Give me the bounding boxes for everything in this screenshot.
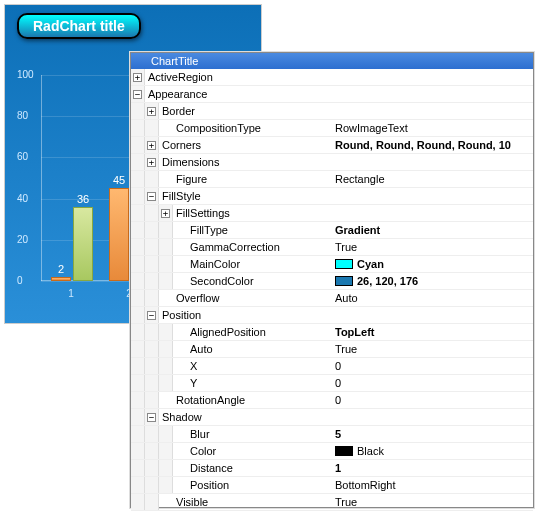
y-tick-label: 0 (17, 275, 23, 286)
bar-value-label: 36 (73, 193, 93, 205)
property-value[interactable]: Cyan (331, 256, 533, 272)
property-value[interactable]: True (331, 239, 533, 255)
property-value[interactable]: 0 (331, 358, 533, 374)
property-name: Position (159, 307, 201, 324)
property-row[interactable]: −FillStyle (131, 188, 533, 205)
property-value[interactable] (331, 409, 533, 425)
property-name: GammaCorrection (187, 239, 280, 256)
color-swatch (335, 446, 353, 456)
property-name: Y (187, 375, 197, 392)
property-value[interactable]: BottomRight (331, 477, 533, 493)
property-row[interactable]: MainColorCyan (131, 256, 533, 273)
property-value[interactable]: Round, Round, Round, Round, 10 (331, 137, 533, 153)
property-row[interactable]: +Dimensions (131, 154, 533, 171)
property-row[interactable]: GammaCorrectionTrue (131, 239, 533, 256)
property-row[interactable]: CompositionTypeRowImageText (131, 120, 533, 137)
property-row[interactable]: FillTypeGradient (131, 222, 533, 239)
y-tick-label: 60 (17, 151, 28, 162)
property-name: Appearance (145, 86, 207, 103)
property-row[interactable]: FigureRectangle (131, 171, 533, 188)
color-swatch (335, 276, 353, 286)
property-value[interactable]: True (331, 341, 533, 357)
x-tick-label: 1 (61, 288, 81, 299)
property-grid-header: ChartTitle (131, 53, 533, 69)
property-name: MainColor (187, 256, 240, 273)
y-tick-label: 80 (17, 110, 28, 121)
property-row[interactable]: PositionBottomRight (131, 477, 533, 494)
property-row[interactable]: OverflowAuto (131, 290, 533, 307)
expand-icon[interactable]: + (133, 73, 142, 82)
property-name: Position (187, 477, 229, 494)
property-name: Border (159, 103, 195, 120)
property-value[interactable] (331, 69, 533, 85)
collapse-icon[interactable]: − (147, 192, 156, 201)
property-row[interactable]: +CornersRound, Round, Round, Round, 10 (131, 137, 533, 154)
property-name: Distance (187, 460, 233, 477)
property-row[interactable]: +FillSettings (131, 205, 533, 222)
property-name: Dimensions (159, 154, 219, 171)
property-row[interactable]: Blur5 (131, 426, 533, 443)
property-row[interactable]: X0 (131, 358, 533, 375)
property-value[interactable]: RowImageText (331, 120, 533, 136)
property-row[interactable]: −Appearance (131, 86, 533, 103)
property-value[interactable]: 0 (331, 392, 533, 408)
property-value[interactable]: Gradient (331, 222, 533, 238)
property-name: X (187, 358, 197, 375)
property-name: Auto (187, 341, 213, 358)
property-row[interactable]: Y0 (131, 375, 533, 392)
property-value[interactable]: True (331, 494, 533, 510)
property-row[interactable]: AutoTrue (131, 341, 533, 358)
property-value[interactable]: 1 (331, 460, 533, 476)
chart-bar (109, 188, 129, 281)
property-value[interactable]: TopLeft (331, 324, 533, 340)
property-value[interactable]: 5 (331, 426, 533, 442)
property-value[interactable]: Black (331, 443, 533, 459)
collapse-icon[interactable]: − (147, 311, 156, 320)
expand-icon[interactable]: + (147, 141, 156, 150)
property-value[interactable]: Auto (331, 290, 533, 306)
property-name: Corners (159, 137, 201, 154)
property-name: Blur (187, 426, 210, 443)
property-value[interactable] (331, 188, 533, 204)
property-value[interactable]: Rectangle (331, 171, 533, 187)
property-value[interactable]: 26, 120, 176 (331, 273, 533, 289)
property-row[interactable]: VisibleTrue (131, 494, 533, 511)
property-row[interactable]: AlignedPositionTopLeft (131, 324, 533, 341)
y-tick-label: 40 (17, 193, 28, 204)
property-name: FillSettings (173, 205, 230, 222)
property-name: FillStyle (159, 188, 201, 205)
property-row[interactable]: ColorBlack (131, 443, 533, 460)
expand-icon[interactable]: + (147, 107, 156, 116)
property-name: AlignedPosition (187, 324, 266, 341)
property-value[interactable] (331, 205, 533, 221)
property-row[interactable]: Distance1 (131, 460, 533, 477)
property-row[interactable]: +Border (131, 103, 533, 120)
expand-icon[interactable]: + (147, 158, 156, 167)
property-row[interactable]: +ActiveRegion (131, 69, 533, 86)
property-value[interactable]: 0 (331, 375, 533, 391)
property-value[interactable] (331, 307, 533, 323)
property-row[interactable]: −Position (131, 307, 533, 324)
property-row[interactable]: SecondColor26, 120, 176 (131, 273, 533, 290)
y-tick-label: 100 (17, 69, 34, 80)
property-row[interactable]: RotationAngle0 (131, 392, 533, 409)
property-row[interactable]: −Shadow (131, 409, 533, 426)
property-name: ActiveRegion (145, 69, 213, 86)
property-name: Shadow (159, 409, 202, 426)
property-grid[interactable]: ChartTitle +ActiveRegion−Appearance+Bord… (130, 52, 534, 508)
collapse-icon[interactable]: − (147, 413, 156, 422)
property-value[interactable] (331, 103, 533, 119)
property-name: Color (187, 443, 216, 460)
chart-bar (51, 277, 71, 281)
property-name: RotationAngle (173, 392, 245, 409)
property-value[interactable] (331, 154, 533, 170)
property-value[interactable] (331, 86, 533, 102)
property-name: Figure (173, 171, 207, 188)
color-swatch (335, 259, 353, 269)
collapse-icon[interactable]: − (133, 90, 142, 99)
property-name: FillType (187, 222, 228, 239)
expand-icon[interactable]: + (161, 209, 170, 218)
chart-bar (73, 207, 93, 281)
property-name: Overflow (173, 290, 219, 307)
bar-value-label: 45 (109, 174, 129, 186)
